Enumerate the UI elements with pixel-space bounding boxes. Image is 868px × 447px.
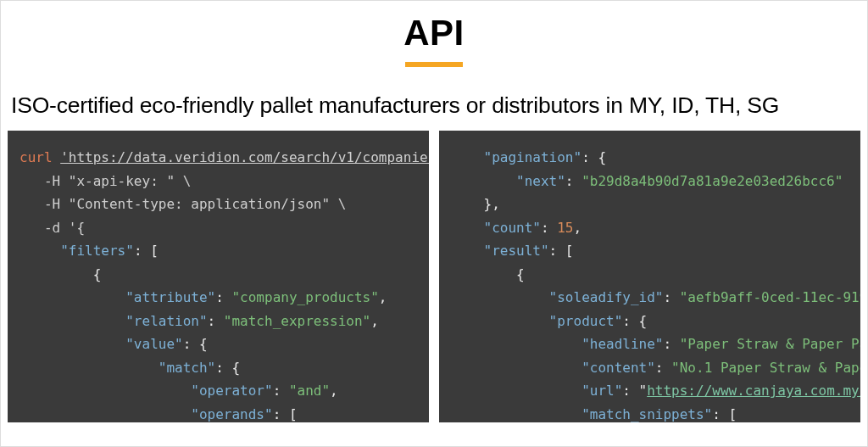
next-key: "next": [516, 173, 565, 189]
match-snippets-key: "match_snippets": [581, 406, 712, 422]
response-code: "pagination": { "next": "b29d8a4b90d7a81…: [451, 146, 852, 422]
header-api-key: -H "x-api-key: " \: [44, 173, 191, 189]
attribute-value: "company_products": [231, 289, 378, 305]
operator-value: "and": [289, 383, 330, 399]
pagination-key: "pagination": [484, 149, 582, 165]
header-content-type: -H "Content-type: application/json" \: [44, 196, 346, 212]
operator-key: "operator": [191, 383, 272, 399]
url-value: https://www.canjaya.com.my/abo: [647, 383, 860, 399]
headline-key: "headline": [581, 336, 663, 352]
operands-key: "operands": [191, 406, 272, 422]
content-value: "No.1 Paper Straw & Paper P: [671, 360, 860, 376]
count-value: 15: [557, 220, 573, 236]
url-key: "url": [581, 383, 622, 399]
headline-value: "Paper Straw & Paper Packa: [680, 336, 860, 352]
filters-key: "filters": [60, 243, 134, 259]
request-code: curl 'https://data.veridion.com/search/v…: [19, 146, 420, 422]
value-key: "value": [125, 336, 182, 352]
attribute-key: "attribute": [125, 289, 215, 305]
request-pane: curl 'https://data.veridion.com/search/v…: [8, 131, 429, 422]
curl-command: curl: [19, 149, 53, 165]
page-header: API: [1, 1, 867, 74]
relation-value: "match_expression": [224, 313, 370, 329]
code-panes: curl 'https://data.veridion.com/search/v…: [1, 131, 867, 422]
soleadify-id-key: "soleadify_id": [549, 289, 664, 305]
title-underline: [405, 62, 463, 67]
data-flag: -d '{: [44, 220, 85, 236]
relation-key: "relation": [125, 313, 207, 329]
response-pane: "pagination": { "next": "b29d8a4b90d7a81…: [439, 131, 860, 422]
count-key: "count": [484, 220, 541, 236]
product-key: "product": [549, 313, 623, 329]
soleadify-id-value: "aefb9aff-0ced-11ec-919d-8: [680, 289, 860, 305]
match-key: "match": [159, 360, 215, 376]
request-url: 'https://data.veridion.com/search/v1/com…: [60, 149, 429, 165]
result-key: "result": [484, 243, 549, 259]
next-value: "b29d8a4b90d7a81a9e2e03ed26bcc6": [581, 173, 843, 189]
page-title: API: [1, 13, 867, 53]
query-subtitle: ISO-certified eco-friendly pallet manufa…: [1, 74, 867, 131]
content-key: "content": [581, 360, 655, 376]
